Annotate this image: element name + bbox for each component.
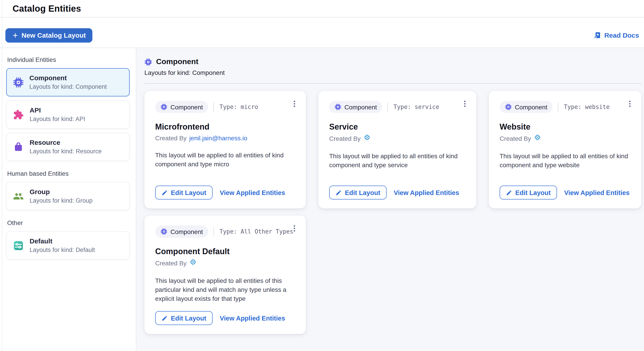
card-description: This layout will be applied to all entit… [500, 152, 630, 169]
main-divider [144, 83, 641, 84]
edit-layout-label: Edit Layout [515, 189, 551, 196]
page-header: Catalog Entities [0, 0, 644, 17]
creator-slot: jenil.jain@harness.io [189, 134, 247, 143]
type-text: Type: website [558, 102, 610, 112]
type-label: Type: [220, 104, 237, 110]
view-applied-entities-link[interactable]: View Applied Entities [220, 189, 285, 196]
doc-arrow-icon-slot [594, 31, 601, 39]
type-value: website [585, 104, 610, 110]
harness-logo-icon [363, 134, 371, 141]
pencil-icon [162, 315, 168, 321]
pencil-icon-slot [162, 315, 168, 321]
read-docs-link[interactable]: Read Docs [594, 31, 639, 39]
card-description: This layout will be applied to all entit… [329, 152, 466, 169]
created-by-label: Created By [155, 134, 186, 143]
layout-card-website: Component Type: website Website Created … [489, 91, 641, 208]
sidebar-section-label-human-based-entities: Human based Entities [7, 170, 129, 178]
sidebar-item-text: Group Layouts for kind: Group [30, 188, 92, 204]
sidebar-item-text: Resource Layouts for kind: Resource [30, 138, 102, 155]
kebab-icon-slot [290, 100, 298, 107]
card-menu-button[interactable] [289, 222, 300, 234]
type-label: Type: [220, 228, 237, 235]
creator-slot [189, 258, 197, 268]
sidebar: Individual Entities Component Layouts fo… [0, 48, 136, 351]
edit-layout-button[interactable]: Edit Layout [155, 186, 212, 199]
created-by-row: Created By [329, 134, 466, 143]
card-description: This layout will be applied to all entit… [155, 151, 295, 169]
entity-icon-slot [13, 240, 24, 251]
sidebar-item-text: API Layouts for kind: API [30, 106, 85, 123]
harness-logo-icon-slot [534, 134, 541, 141]
card-actions: Edit Layout View Applied Entities [155, 303, 295, 325]
card-title: Website [500, 122, 630, 132]
component-chip-icon [160, 228, 167, 235]
kind-badge: Component [155, 101, 208, 113]
kind-badge: Component [329, 101, 382, 113]
edit-layout-button[interactable]: Edit Layout [500, 186, 557, 199]
card-menu-button[interactable] [459, 97, 470, 110]
edit-layout-button[interactable]: Edit Layout [155, 311, 212, 325]
card-actions: Edit Layout View Applied Entities [155, 178, 295, 199]
created-by-row: Created By [155, 258, 295, 268]
card-menu-button[interactable] [624, 97, 635, 110]
main-header: Component [144, 57, 644, 67]
pencil-icon [336, 189, 342, 196]
type-text: Type: micro [214, 102, 258, 112]
pencil-icon-slot [162, 189, 168, 196]
harness-logo-icon-slot [363, 134, 371, 141]
sidebar-item-group[interactable]: Group Layouts for kind: Group [6, 182, 130, 210]
view-applied-entities-link[interactable]: View Applied Entities [564, 189, 630, 196]
plus-icon [12, 32, 18, 38]
edit-layout-label: Edit Layout [345, 189, 380, 196]
kebab-icon [290, 100, 298, 107]
card-badge-row: Component Type: micro [155, 101, 295, 113]
page-title: Catalog Entities [12, 3, 81, 14]
created-by-label: Created By [329, 134, 360, 143]
creator-email-link[interactable]: jenil.jain@harness.io [189, 134, 247, 142]
created-by-label: Created By [155, 259, 186, 268]
card-title: Microfrontend [155, 122, 295, 132]
resource-bag-icon [13, 141, 24, 152]
card-menu-button[interactable] [289, 97, 300, 110]
doc-arrow-icon [594, 31, 601, 39]
card-title: Component Default [155, 247, 295, 256]
sidebar-item-title: API [30, 106, 85, 114]
layout-card-microfrontend: Component Type: micro Microfrontend Crea… [144, 91, 306, 208]
harness-logo-icon-slot [189, 258, 197, 266]
sidebar-item-default[interactable]: Default Layouts for kind: Default [6, 231, 130, 260]
card-description: This layout will be applied to all entit… [155, 276, 295, 303]
read-docs-label: Read Docs [604, 31, 639, 39]
kind-badge: Component [500, 101, 553, 113]
type-value: micro [240, 104, 258, 110]
kebab-icon [626, 100, 634, 107]
badge-icon-slot [160, 228, 167, 235]
component-chip-icon [334, 104, 341, 110]
component-chip-icon [144, 58, 152, 66]
sidebar-item-component[interactable]: Component Layouts for kind: Component [6, 68, 130, 96]
sidebar-item-subtitle: Layouts for kind: Group [30, 197, 92, 204]
new-catalog-layout-label: New Catalog Layout [22, 31, 86, 39]
created-by-row: Created By jenil.jain@harness.io [155, 134, 295, 143]
type-text: Type: All Other Types [214, 227, 293, 237]
layout-card-component-default: Component Type: All Other Types Componen… [144, 216, 306, 334]
creator-slot [363, 134, 371, 143]
type-value: All Other Types [240, 228, 293, 235]
view-applied-entities-link[interactable]: View Applied Entities [220, 315, 285, 322]
edit-layout-button[interactable]: Edit Layout [329, 186, 386, 199]
card-badge-row: Component Type: All Other Types [155, 226, 295, 238]
sidebar-item-text: Component Layouts for kind: Component [29, 74, 107, 90]
view-applied-entities-link[interactable]: View Applied Entities [394, 189, 459, 196]
entity-icon-slot [13, 191, 24, 202]
sidebar-item-title: Group [30, 188, 92, 196]
card-title: Service [329, 122, 466, 132]
new-catalog-layout-button[interactable]: New Catalog Layout [6, 28, 92, 42]
entity-icon-slot [13, 77, 24, 88]
sidebar-item-subtitle: Layouts for kind: Default [30, 247, 95, 254]
sidebar-item-api[interactable]: API Layouts for kind: API [6, 100, 130, 129]
harness-logo-icon [534, 134, 541, 141]
default-sliders-icon [13, 240, 24, 251]
group-people-icon [13, 191, 24, 202]
card-actions: Edit Layout View Applied Entities [329, 178, 466, 199]
type-label: Type: [564, 104, 582, 110]
sidebar-item-resource[interactable]: Resource Layouts for kind: Resource [6, 133, 130, 161]
